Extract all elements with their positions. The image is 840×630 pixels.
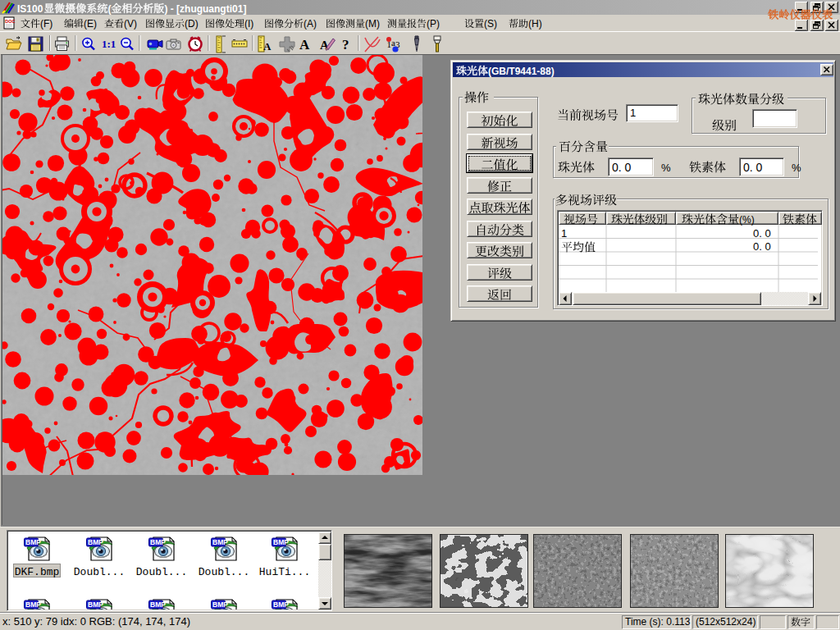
svg-text:1:1: 1:1 [102,38,116,50]
svg-text:?: ? [342,37,349,52]
svg-text:A: A [299,37,310,52]
svg-text:A: A [263,40,272,52]
